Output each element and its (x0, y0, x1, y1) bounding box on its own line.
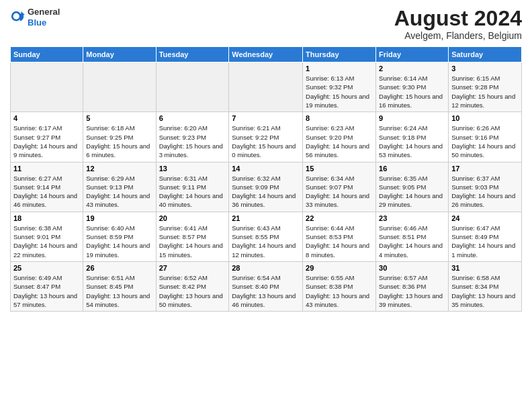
logo-blue: Blue (28, 17, 60, 28)
day-number: 19 (86, 214, 152, 222)
calendar-cell: 10Sunrise: 6:26 AMSunset: 9:16 PMDayligh… (449, 112, 522, 162)
calendar-cell: 23Sunrise: 6:46 AMSunset: 8:51 PMDayligh… (376, 212, 449, 261)
day-info: Sunrise: 6:18 AMSunset: 9:25 PMDaylight:… (86, 124, 152, 159)
day-info: Sunrise: 6:46 AMSunset: 8:51 PMDaylight:… (379, 224, 445, 259)
day-info: Sunrise: 6:23 AMSunset: 9:20 PMDaylight:… (306, 124, 373, 159)
weekday-header: Saturday (449, 47, 522, 62)
calendar: SundayMondayTuesdayWednesdayThursdayFrid… (10, 46, 522, 312)
day-info: Sunrise: 6:47 AMSunset: 8:49 PMDaylight:… (451, 224, 519, 259)
day-info: Sunrise: 6:43 AMSunset: 8:55 PMDaylight:… (232, 224, 300, 259)
day-info: Sunrise: 6:17 AMSunset: 9:27 PMDaylight:… (13, 124, 80, 159)
header: General Blue August 2024 Avelgem, Flande… (10, 7, 522, 41)
calendar-cell: 28Sunrise: 6:54 AMSunset: 8:40 PMDayligh… (229, 261, 303, 311)
day-number: 25 (13, 264, 80, 272)
day-info: Sunrise: 6:54 AMSunset: 8:40 PMDaylight:… (232, 273, 300, 309)
location: Avelgem, Flanders, Belgium (394, 30, 522, 41)
day-info: Sunrise: 6:58 AMSunset: 8:34 PMDaylight:… (451, 273, 519, 309)
day-info: Sunrise: 6:38 AMSunset: 9:01 PMDaylight:… (13, 224, 80, 259)
weekday-header: Wednesday (229, 47, 303, 62)
day-number: 9 (379, 114, 445, 122)
day-number: 4 (13, 114, 80, 122)
day-info: Sunrise: 6:37 AMSunset: 9:03 PMDaylight:… (451, 174, 519, 210)
day-info: Sunrise: 6:31 AMSunset: 9:11 PMDaylight:… (159, 174, 226, 210)
day-number: 21 (232, 214, 300, 222)
day-number: 24 (451, 214, 519, 222)
weekday-header: Tuesday (156, 47, 229, 62)
day-info: Sunrise: 6:40 AMSunset: 8:59 PMDaylight:… (86, 224, 152, 259)
calendar-cell: 24Sunrise: 6:47 AMSunset: 8:49 PMDayligh… (449, 212, 522, 261)
day-info: Sunrise: 6:51 AMSunset: 8:45 PMDaylight:… (86, 273, 152, 309)
calendar-cell: 2Sunrise: 6:14 AMSunset: 9:30 PMDaylight… (376, 62, 449, 112)
day-number: 11 (13, 165, 80, 173)
day-number: 2 (379, 64, 445, 73)
calendar-cell: 12Sunrise: 6:29 AMSunset: 9:13 PMDayligh… (83, 162, 156, 212)
calendar-cell: 21Sunrise: 6:43 AMSunset: 8:55 PMDayligh… (229, 212, 303, 261)
calendar-cell: 16Sunrise: 6:35 AMSunset: 9:05 PMDayligh… (376, 162, 449, 212)
calendar-cell: 5Sunrise: 6:18 AMSunset: 9:25 PMDaylight… (83, 112, 156, 162)
calendar-cell (229, 62, 303, 112)
calendar-cell: 29Sunrise: 6:55 AMSunset: 8:38 PMDayligh… (303, 261, 376, 311)
day-number: 23 (379, 214, 445, 222)
calendar-cell: 20Sunrise: 6:41 AMSunset: 8:57 PMDayligh… (156, 212, 229, 261)
day-info: Sunrise: 6:49 AMSunset: 8:47 PMDaylight:… (13, 273, 80, 309)
day-number: 28 (232, 264, 300, 272)
calendar-cell (83, 62, 156, 112)
svg-point-1 (13, 13, 19, 19)
calendar-cell: 19Sunrise: 6:40 AMSunset: 8:59 PMDayligh… (83, 212, 156, 261)
calendar-cell: 13Sunrise: 6:31 AMSunset: 9:11 PMDayligh… (156, 162, 229, 212)
calendar-body: 1Sunrise: 6:13 AMSunset: 9:32 PMDaylight… (11, 62, 522, 312)
calendar-cell: 27Sunrise: 6:52 AMSunset: 8:42 PMDayligh… (156, 261, 229, 311)
day-number: 8 (306, 114, 373, 122)
calendar-cell: 15Sunrise: 6:34 AMSunset: 9:07 PMDayligh… (303, 162, 376, 212)
day-info: Sunrise: 6:20 AMSunset: 9:23 PMDaylight:… (159, 124, 226, 159)
calendar-cell: 8Sunrise: 6:23 AMSunset: 9:20 PMDaylight… (303, 112, 376, 162)
day-info: Sunrise: 6:35 AMSunset: 9:05 PMDaylight:… (379, 174, 445, 210)
day-info: Sunrise: 6:32 AMSunset: 9:09 PMDaylight:… (232, 174, 300, 210)
calendar-cell: 3Sunrise: 6:15 AMSunset: 9:28 PMDaylight… (449, 62, 522, 112)
day-info: Sunrise: 6:24 AMSunset: 9:18 PMDaylight:… (379, 124, 445, 159)
weekday-row: SundayMondayTuesdayWednesdayThursdayFrid… (11, 47, 522, 62)
calendar-cell: 26Sunrise: 6:51 AMSunset: 8:45 PMDayligh… (83, 261, 156, 311)
logo: General Blue (10, 7, 60, 28)
calendar-cell: 18Sunrise: 6:38 AMSunset: 9:01 PMDayligh… (11, 212, 83, 261)
calendar-cell: 11Sunrise: 6:27 AMSunset: 9:14 PMDayligh… (11, 162, 83, 212)
calendar-cell: 22Sunrise: 6:44 AMSunset: 8:53 PMDayligh… (303, 212, 376, 261)
day-info: Sunrise: 6:52 AMSunset: 8:42 PMDaylight:… (159, 273, 226, 309)
day-number: 20 (159, 214, 226, 222)
day-number: 15 (306, 165, 373, 173)
day-info: Sunrise: 6:27 AMSunset: 9:14 PMDaylight:… (13, 174, 80, 210)
day-info: Sunrise: 6:29 AMSunset: 9:13 PMDaylight:… (86, 174, 152, 210)
day-info: Sunrise: 6:15 AMSunset: 9:28 PMDaylight:… (451, 74, 519, 109)
weekday-header: Monday (83, 47, 156, 62)
calendar-cell: 7Sunrise: 6:21 AMSunset: 9:22 PMDaylight… (229, 112, 303, 162)
calendar-cell (11, 62, 83, 112)
day-number: 5 (86, 114, 152, 122)
calendar-cell: 31Sunrise: 6:58 AMSunset: 8:34 PMDayligh… (449, 261, 522, 311)
day-info: Sunrise: 6:41 AMSunset: 8:57 PMDaylight:… (159, 224, 226, 259)
calendar-cell: 30Sunrise: 6:57 AMSunset: 8:36 PMDayligh… (376, 261, 449, 311)
day-info: Sunrise: 6:44 AMSunset: 8:53 PMDaylight:… (306, 224, 373, 259)
calendar-cell (156, 62, 229, 112)
day-number: 7 (232, 114, 300, 122)
day-number: 29 (306, 264, 373, 272)
calendar-week: 18Sunrise: 6:38 AMSunset: 9:01 PMDayligh… (11, 212, 522, 261)
day-number: 17 (451, 165, 519, 173)
day-info: Sunrise: 6:13 AMSunset: 9:32 PMDaylight:… (306, 74, 373, 109)
day-info: Sunrise: 6:57 AMSunset: 8:36 PMDaylight:… (379, 273, 445, 309)
calendar-cell: 17Sunrise: 6:37 AMSunset: 9:03 PMDayligh… (449, 162, 522, 212)
logo-icon (10, 10, 25, 25)
day-info: Sunrise: 6:14 AMSunset: 9:30 PMDaylight:… (379, 74, 445, 109)
day-number: 26 (86, 264, 152, 272)
day-info: Sunrise: 6:34 AMSunset: 9:07 PMDaylight:… (306, 174, 373, 210)
day-number: 30 (379, 264, 445, 272)
day-info: Sunrise: 6:21 AMSunset: 9:22 PMDaylight:… (232, 124, 300, 159)
day-number: 22 (306, 214, 373, 222)
day-number: 10 (451, 114, 519, 122)
weekday-header: Sunday (11, 47, 83, 62)
day-number: 6 (159, 114, 226, 122)
day-number: 31 (451, 264, 519, 272)
day-number: 12 (86, 165, 152, 173)
calendar-cell: 14Sunrise: 6:32 AMSunset: 9:09 PMDayligh… (229, 162, 303, 212)
weekday-header: Friday (376, 47, 449, 62)
calendar-week: 4Sunrise: 6:17 AMSunset: 9:27 PMDaylight… (11, 112, 522, 162)
